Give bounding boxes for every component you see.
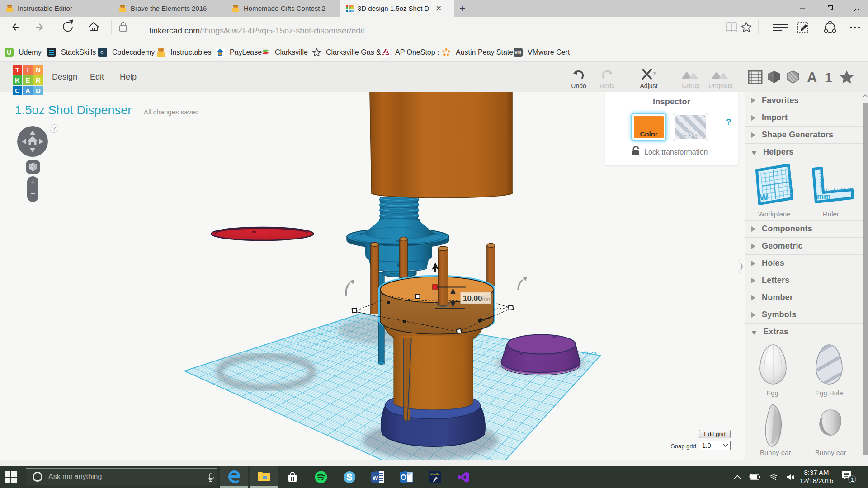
svg-text:mm: mm	[817, 192, 830, 201]
svg-text:W: W	[760, 192, 768, 202]
svg-text:10.00mm: 10.00mm	[463, 294, 492, 303]
svg-text:1: 1	[825, 70, 832, 85]
svg-text:A: A	[807, 70, 817, 85]
svg-text:W: W	[373, 474, 378, 481]
svg-text:1: 1	[851, 476, 854, 483]
svg-text:kindle: kindle	[430, 472, 440, 476]
